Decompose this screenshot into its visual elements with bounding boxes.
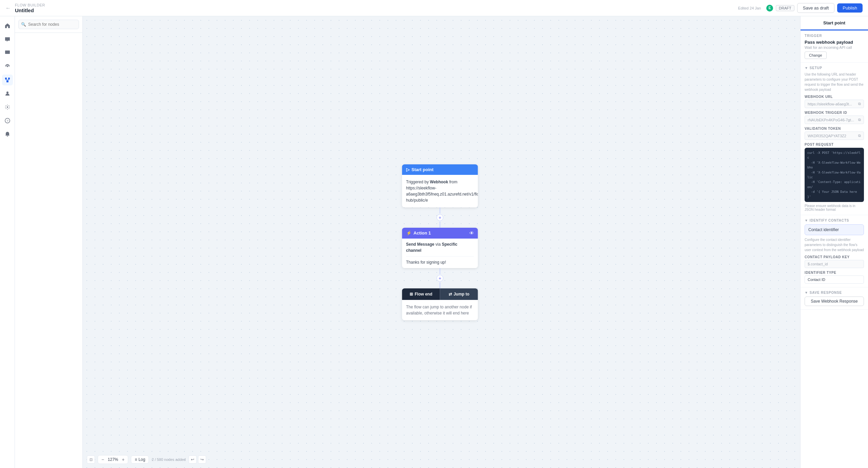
- copy-icon-3[interactable]: ⧉: [858, 134, 861, 138]
- header: ← FLOW BUILDER Untitled Edited 24 Jan E …: [0, 0, 868, 16]
- log-button[interactable]: ≡ Log: [131, 455, 149, 464]
- svg-rect-3: [8, 78, 10, 79]
- start-icon: ▷: [406, 167, 410, 172]
- draft-badge: DRAFT: [776, 5, 794, 11]
- start-point-text: Triggered by Webhook from https://sleekf…: [406, 179, 474, 203]
- add-node-button-1[interactable]: +: [437, 214, 443, 221]
- sidebar-icon-contacts[interactable]: [2, 88, 13, 99]
- add-node-button-2[interactable]: +: [437, 275, 443, 282]
- end-body-text: The flow can jump to another node if ava…: [406, 304, 474, 316]
- zoom-level: 127%: [106, 457, 120, 462]
- sidebar-icon-broadcast[interactable]: [2, 61, 13, 72]
- json-warning: Please ensure webhook data is in JSON he…: [805, 204, 864, 211]
- identify-description: Configure the contact identifier paramet…: [805, 237, 864, 252]
- connector-line-4: [440, 282, 440, 288]
- back-button[interactable]: ←: [5, 5, 11, 11]
- svg-point-9: [6, 91, 8, 94]
- save-webhook-button[interactable]: Save Webhook Response: [805, 297, 864, 306]
- fit-view-button[interactable]: ⊡: [87, 455, 95, 464]
- flow-end-tab[interactable]: ⊞ Flow end: [402, 288, 440, 300]
- page-title: Untitled: [15, 7, 45, 13]
- search-input[interactable]: [18, 20, 79, 29]
- connector-line-2: [440, 222, 440, 228]
- start-point-header: ▷ Start point: [402, 164, 478, 175]
- contact-payload-key-value: $.contact_id: [808, 262, 828, 266]
- header-right: Edited 24 Jan E DRAFT Save as draft Publ…: [738, 3, 863, 13]
- start-point-node[interactable]: ▷ Start point Triggered by Webhook from …: [402, 164, 478, 207]
- sidebar-icon-inbox[interactable]: [2, 47, 13, 58]
- identify-contacts-section: ▼ IDENTIFY CONTACTS Contact identifier C…: [801, 215, 868, 287]
- webhook-trigger-id-value: rNAUbEKPn4KPoG46-7gt...: [808, 118, 854, 122]
- webhook-url-label: WEBHOOK URL: [805, 95, 864, 99]
- action-header: ⚡ Action 1 👁: [402, 228, 478, 239]
- trigger-subtitle: Wait for an incoming API call: [805, 45, 864, 49]
- save-draft-button[interactable]: Save as draft: [797, 3, 835, 13]
- sidebar-icon-help[interactable]: ?: [2, 115, 13, 126]
- flow-end-icon: ⊞: [410, 292, 413, 297]
- sidebar-icon-home[interactable]: [2, 20, 13, 31]
- sidebar-icon-chat[interactable]: [2, 34, 13, 45]
- nodes-count: 2 / 500 nodes added: [152, 457, 185, 462]
- sidebar-icon-notification[interactable]: [2, 129, 13, 140]
- svg-rect-4: [6, 81, 8, 82]
- search-icon: 🔍: [21, 22, 26, 27]
- end-node[interactable]: ⊞ Flow end ⇄ Jump to The flow can jump t…: [402, 288, 478, 320]
- save-response-label: ▼ SAVE RESPONSE: [805, 291, 864, 294]
- search-wrap: 🔍: [18, 20, 79, 29]
- post-request-label: POST REQUEST: [805, 143, 864, 146]
- edited-info: Edited 24 Jan: [738, 6, 761, 10]
- contact-identifier-button[interactable]: Contact identifier: [805, 224, 864, 235]
- identifier-type-label: IDENTIFIER TYPE: [805, 271, 864, 274]
- sidebar-icon-settings[interactable]: [2, 102, 13, 113]
- action-node[interactable]: ⚡ Action 1 👁 Send Message via Specific c…: [402, 228, 478, 268]
- contact-payload-key-label: CONTACT PAYLOAD KEY: [805, 255, 864, 259]
- contact-payload-key-field[interactable]: $.contact_id: [805, 260, 864, 268]
- end-tabs: ⊞ Flow end ⇄ Jump to: [402, 288, 478, 300]
- zoom-out-button[interactable]: −: [101, 457, 105, 462]
- connector-2: +: [437, 268, 443, 288]
- action-body: Send Message via Specific channel Thanks…: [402, 239, 478, 268]
- right-panel-title: Start point: [801, 16, 868, 30]
- flow-container: ▷ Start point Triggered by Webhook from …: [402, 164, 478, 320]
- copy-icon[interactable]: ⧉: [858, 102, 861, 106]
- zoom-in-button[interactable]: +: [121, 457, 125, 462]
- copy-icon-2[interactable]: ⧉: [858, 118, 861, 122]
- avatar: E: [766, 5, 773, 12]
- webhook-trigger-id-field[interactable]: rNAUbEKPn4KPoG46-7gt... ⧉: [805, 116, 864, 124]
- start-point-body: Triggered by Webhook from https://sleekf…: [402, 175, 478, 207]
- action-type-text: Send Message via Specific channel: [406, 241, 474, 253]
- setup-section: ▼ SETUP Use the following URL and header…: [801, 63, 868, 215]
- setup-label: ▼ SETUP: [805, 66, 864, 70]
- canvas[interactable]: ▷ Start point Triggered by Webhook from …: [83, 16, 800, 468]
- connector-1: +: [437, 207, 443, 228]
- trigger-label: TRIGGER: [805, 34, 864, 38]
- jump-to-tab[interactable]: ⇄ Jump to: [440, 288, 478, 300]
- sidebar-icon-flow[interactable]: [2, 75, 13, 85]
- log-icon: ≡: [135, 457, 137, 462]
- trigger-title: Pass webhook payload: [805, 40, 864, 45]
- save-response-section: ▼ SAVE RESPONSE Save Webhook Response: [801, 287, 868, 310]
- right-panel: Start point TRIGGER Pass webhook payload…: [800, 16, 868, 468]
- identifier-type-select[interactable]: Contact ID: [805, 276, 864, 284]
- end-body: The flow can jump to another node if ava…: [402, 300, 478, 320]
- svg-rect-2: [5, 78, 7, 79]
- main-layout: ? 🔍 ▷ Start point: [0, 16, 868, 468]
- validation-token-field[interactable]: WKDR352QAPYAT3Z2 ⧉: [805, 131, 864, 140]
- webhook-url-field[interactable]: https://sleekflow-a6aeg3t... ⧉: [805, 100, 864, 108]
- post-request-code: curl -X POST 'https://sleekflc -H 'X-Sle…: [805, 148, 864, 202]
- action-message-text: Thanks for signing up!: [406, 259, 474, 265]
- webhook-trigger-id-label: WEBHOOK TRIGGER ID: [805, 111, 864, 115]
- undo-redo-controls: ↩ ↪: [189, 455, 206, 464]
- validation-token-label: VALIDATION TOKEN: [805, 127, 864, 130]
- undo-button[interactable]: ↩: [189, 455, 197, 464]
- svg-text:?: ?: [6, 119, 8, 123]
- connector-line-1: [440, 207, 440, 213]
- redo-button[interactable]: ↪: [198, 455, 206, 464]
- trigger-section: TRIGGER Pass webhook payload Wait for an…: [801, 30, 868, 63]
- sidebar-left: ?: [0, 16, 15, 468]
- action-eye-icon[interactable]: 👁: [469, 230, 474, 236]
- identify-label: ▼ IDENTIFY CONTACTS: [805, 219, 864, 222]
- connector-line-3: [440, 268, 440, 274]
- publish-button[interactable]: Publish: [837, 3, 863, 13]
- change-trigger-button[interactable]: Change: [805, 52, 827, 59]
